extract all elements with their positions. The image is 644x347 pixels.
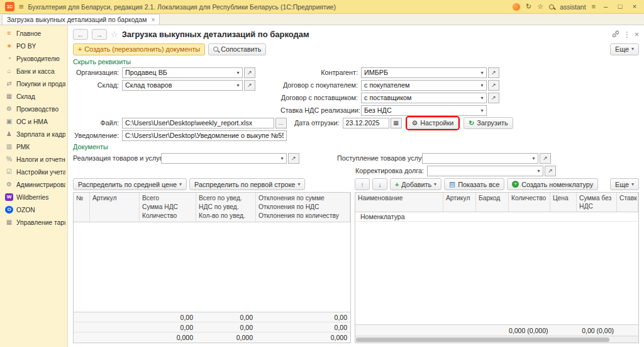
- sidebar-item-payroll-hr[interactable]: ♟ Зарплата и кадры: [0, 128, 67, 140]
- settings-button[interactable]: ⚙ Настройки: [407, 117, 459, 129]
- main-menu-icon[interactable]: ≡: [19, 3, 24, 11]
- tab-close-icon[interactable]: ×: [152, 16, 155, 23]
- ship-date-input[interactable]: [343, 119, 389, 127]
- sidebar-item-accounting-settings[interactable]: ☑ Настройки учета: [0, 166, 67, 178]
- move-up-button[interactable]: ↑: [355, 178, 370, 190]
- show-all-button[interactable]: ▤ Показать все: [444, 178, 504, 190]
- chevron-down-icon[interactable]: ▾: [234, 82, 242, 88]
- chevron-down-icon[interactable]: ▾: [478, 95, 486, 101]
- sidebar-item-rmk[interactable]: ▥ РМК: [0, 140, 67, 153]
- back-button[interactable]: ←: [73, 29, 88, 40]
- buyer-contract-input[interactable]: [362, 81, 478, 89]
- receipt-doc-field[interactable]: ▾: [422, 153, 538, 164]
- close-form-icon[interactable]: ×: [635, 31, 639, 38]
- chevron-down-icon[interactable]: ▾: [478, 108, 486, 113]
- more-button[interactable]: Еще ▾: [610, 43, 639, 55]
- distribute-first-row-button[interactable]: Распределить по первой строке ▾: [189, 178, 305, 190]
- sidebar-item-warehouse[interactable]: ▦ Склад: [0, 90, 67, 103]
- col-header-name[interactable]: Наименование: [355, 193, 443, 212]
- notice-input[interactable]: [123, 132, 286, 139]
- username-label[interactable]: assistant: [560, 3, 586, 11]
- col-header-deviations[interactable]: Отклонения по сумме Отклонения по НДС От…: [256, 193, 350, 222]
- sidebar-item-po-by[interactable]: ∗ PO BY: [0, 40, 67, 52]
- favorites-star-icon[interactable]: ☆: [537, 3, 543, 10]
- sidebar-item-manager[interactable]: ◔ Руководителю: [0, 52, 67, 65]
- buyer-contract-field[interactable]: ▾: [361, 80, 487, 91]
- nomenclature-root-row[interactable]: Номенклатура: [355, 212, 638, 222]
- sidebar-item-production[interactable]: ⚙ Производство: [0, 103, 67, 115]
- sidebar-item-administration[interactable]: ⚙ Администрирование: [0, 178, 67, 191]
- chevron-down-icon[interactable]: ▾: [478, 70, 486, 76]
- col-header-sum-no-vat[interactable]: Сумма без НДС: [577, 193, 617, 212]
- chevron-down-icon[interactable]: ▾: [278, 156, 286, 161]
- create-documents-button[interactable]: + Создать (перезаполнить) документы: [73, 43, 205, 55]
- col-header-price[interactable]: Цена: [550, 193, 577, 212]
- panel-more-button[interactable]: Еще ▾: [610, 178, 639, 190]
- sidebar-item-ozon[interactable]: O OZON: [0, 203, 67, 216]
- add-row-button[interactable]: + Добавить ▾: [390, 178, 441, 190]
- col-header-vat-rate[interactable]: Ставк: [617, 193, 638, 212]
- organization-input[interactable]: [123, 69, 234, 76]
- match-button[interactable]: Сопоставить: [208, 43, 266, 55]
- create-nomenclature-button[interactable]: + Создать номенклатуру: [507, 178, 598, 190]
- ship-date-field[interactable]: [343, 118, 389, 128]
- sales-doc-input[interactable]: [162, 154, 278, 162]
- sidebar-item-wildberries[interactable]: W Wildberries: [0, 191, 67, 203]
- file-field[interactable]: [122, 118, 274, 128]
- forward-button[interactable]: →: [92, 29, 107, 40]
- counterparty-open-button[interactable]: ↗: [488, 67, 499, 78]
- close-window-button[interactable]: ×: [630, 3, 639, 10]
- chevron-down-icon[interactable]: ▾: [234, 70, 242, 76]
- col-header-notice[interactable]: Всего по увед. НДС по увед. Кол-во по ув…: [196, 193, 256, 222]
- col-header-barcode[interactable]: Баркод: [476, 193, 509, 212]
- supplier-contract-field[interactable]: ▾: [361, 93, 487, 103]
- debt-doc-input[interactable]: [428, 167, 535, 174]
- more-kebab-icon[interactable]: ⋮: [623, 31, 631, 38]
- horizontal-scrollbar[interactable]: [355, 336, 638, 343]
- organization-field[interactable]: ▾: [122, 67, 243, 78]
- sidebar-item-fixed-assets[interactable]: ▣ ОС и НМА: [0, 115, 67, 128]
- documents-section-link[interactable]: Документы: [73, 143, 108, 151]
- sales-doc-open-button[interactable]: ↗: [288, 153, 299, 164]
- debt-doc-field[interactable]: ▾: [427, 166, 543, 176]
- link-icon[interactable]: [612, 30, 619, 39]
- distribute-avg-price-button[interactable]: Распределить по средней цене ▾: [73, 178, 187, 190]
- warehouse-input[interactable]: [123, 81, 234, 89]
- comparison-table-body[interactable]: [74, 222, 350, 312]
- col-header-article[interactable]: Артикул: [443, 193, 476, 212]
- sidebar-item-tariff-management[interactable]: ▦ Управление тарифом: [0, 216, 67, 229]
- warehouse-open-button[interactable]: ↗: [244, 80, 255, 91]
- tab-barcode-details[interactable]: Загрузка выкупных детализаций по баркода…: [2, 14, 160, 25]
- sidebar-item-taxes-reports[interactable]: % Налоги и отчетность: [0, 153, 67, 166]
- notifications-icon[interactable]: [513, 3, 520, 11]
- supplier-contract-input[interactable]: [362, 94, 478, 101]
- sidebar-item-bank-cash[interactable]: ⌂ Банк и касса: [0, 65, 67, 77]
- chevron-down-icon[interactable]: ▾: [478, 82, 486, 88]
- counterparty-field[interactable]: ▾: [361, 67, 487, 78]
- organization-open-button[interactable]: ↗: [244, 67, 255, 78]
- warehouse-field[interactable]: ▾: [122, 80, 243, 91]
- load-button[interactable]: ↻ Загрузить: [464, 117, 513, 129]
- receipt-doc-open-button[interactable]: ↗: [540, 153, 551, 164]
- chevron-down-icon[interactable]: ▾: [530, 156, 538, 161]
- minimize-button[interactable]: –: [601, 3, 610, 10]
- chevron-down-icon[interactable]: ▾: [535, 168, 543, 174]
- maximize-button[interactable]: □: [616, 3, 625, 10]
- file-browse-button[interactable]: ...: [275, 118, 287, 128]
- buyer-contract-open-button[interactable]: ↗: [488, 80, 499, 91]
- receipt-doc-input[interactable]: [423, 154, 530, 162]
- move-down-button[interactable]: ↓: [372, 178, 387, 190]
- vat-rate-input[interactable]: [362, 106, 478, 114]
- col-header-quantity[interactable]: Количество: [509, 193, 550, 212]
- sales-doc-field[interactable]: ▾: [161, 153, 287, 164]
- file-input[interactable]: [123, 119, 274, 127]
- favorite-star-icon[interactable]: ☆: [111, 30, 118, 39]
- scrollbar-thumb[interactable]: [356, 338, 609, 342]
- sidebar-item-main[interactable]: ≡ Главное: [0, 27, 67, 40]
- search-icon[interactable]: [549, 4, 554, 9]
- col-header-total[interactable]: Всего Сумма НДС Количество: [140, 193, 196, 222]
- sidebar-item-purchases-sales[interactable]: ⇄ Покупки и продажи: [0, 77, 67, 90]
- supplier-contract-open-button[interactable]: ↗: [488, 93, 499, 103]
- hide-requisites-link[interactable]: Скрыть реквизиты: [73, 58, 131, 65]
- nomenclature-table-body[interactable]: [355, 222, 638, 324]
